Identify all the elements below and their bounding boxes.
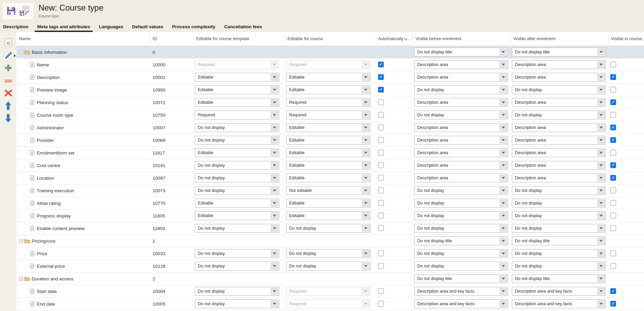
chevron-down-icon[interactable]: [597, 238, 605, 244]
delete-button[interactable]: [4, 89, 12, 98]
chevron-down-icon[interactable]: [500, 187, 507, 194]
table-row-end-date[interactable]: End date10005Do not displayRequiredDescr…: [16, 298, 644, 310]
editable-for-course-template-dropdown[interactable]: Do not display: [195, 262, 279, 271]
visible-before-enrolment-dropdown[interactable]: Description area: [414, 148, 508, 157]
automatically-update-checkbox[interactable]: [378, 200, 384, 206]
visible-before-enrolment-dropdown[interactable]: Do not display: [414, 111, 508, 119]
editable-for-course-template-dropdown[interactable]: Do not display: [195, 136, 279, 145]
visible-before-enrolment-dropdown[interactable]: Description area: [414, 161, 508, 170]
new-attribute-button[interactable]: [5, 39, 12, 48]
chevron-down-icon[interactable]: [500, 61, 507, 68]
move-down-button[interactable]: [5, 114, 12, 123]
editable-for-course-template-dropdown[interactable]: Do not display: [195, 299, 279, 308]
chevron-down-icon[interactable]: [500, 250, 507, 257]
visible-before-enrolment-dropdown[interactable]: Description area and key facts: [414, 299, 508, 308]
collapse-toggle[interactable]: [19, 239, 23, 243]
visible-in-course-checkbox[interactable]: [610, 62, 616, 67]
chevron-down-icon[interactable]: [362, 250, 370, 257]
visible-after-enrolment-dropdown[interactable]: Do not display title: [512, 274, 606, 283]
chevron-down-icon[interactable]: [597, 263, 605, 269]
table-row-cost-centre[interactable]: Cost centre10141Do not displayEditableDe…: [16, 159, 644, 172]
chevron-down-icon[interactable]: [362, 86, 370, 93]
editable-for-course-dropdown[interactable]: Required: [286, 98, 371, 107]
chevron-down-icon[interactable]: [597, 275, 605, 282]
chevron-down-icon[interactable]: [271, 112, 278, 118]
visible-after-enrolment-dropdown[interactable]: Description area: [512, 123, 606, 132]
chevron-down-icon[interactable]: [597, 137, 605, 144]
editable-for-course-dropdown[interactable]: Required: [286, 111, 371, 119]
visible-in-course-checkbox[interactable]: ✓: [610, 74, 616, 80]
automatically-update-checkbox[interactable]: [378, 112, 384, 118]
visible-after-enrolment-dropdown[interactable]: Description area: [512, 174, 606, 182]
table-row-provider[interactable]: Provider10069Do not displayEditableDescr…: [16, 134, 644, 147]
editable-for-course-dropdown[interactable]: Editable: [286, 73, 371, 82]
chevron-down-icon[interactable]: [271, 212, 278, 219]
editable-for-course-dropdown[interactable]: Do not display: [286, 224, 371, 233]
automatically-update-checkbox[interactable]: [378, 288, 384, 294]
edit-button[interactable]: [4, 51, 13, 60]
visible-after-enrolment-dropdown[interactable]: Description area and key facts: [512, 287, 606, 296]
column-header-automatically-u[interactable]: Automatically u...: [378, 36, 410, 41]
chevron-down-icon[interactable]: [271, 74, 278, 81]
chevron-down-icon[interactable]: [597, 112, 605, 118]
automatically-update-checkbox[interactable]: [378, 162, 384, 168]
visible-before-enrolment-dropdown[interactable]: Do not display title: [414, 48, 508, 56]
visible-in-course-checkbox[interactable]: [610, 87, 616, 93]
table-row-enrolmentform-set[interactable]: Enrolmentform set11817EditableEditableDe…: [16, 147, 644, 159]
chevron-down-icon[interactable]: [500, 263, 507, 269]
editable-for-course-dropdown[interactable]: Editable: [286, 136, 371, 145]
chevron-down-icon[interactable]: [271, 200, 278, 207]
automatically-update-checkbox[interactable]: [378, 175, 384, 181]
automatically-update-checkbox[interactable]: [378, 213, 384, 218]
editable-for-course-dropdown[interactable]: Editable: [286, 199, 371, 208]
visible-in-course-checkbox[interactable]: ✓: [610, 288, 616, 294]
table-row-administrator[interactable]: Administrator10007Do not displayEditable…: [16, 121, 644, 134]
visible-before-enrolment-dropdown[interactable]: Description area: [414, 73, 508, 82]
visible-before-enrolment-dropdown[interactable]: Do not display: [414, 262, 508, 271]
visible-in-course-checkbox[interactable]: ✓: [610, 162, 616, 168]
chevron-down-icon[interactable]: [271, 250, 278, 257]
chevron-down-icon[interactable]: [362, 112, 370, 118]
chevron-down-icon[interactable]: [500, 137, 507, 144]
visible-before-enrolment-dropdown[interactable]: Do not display: [414, 249, 508, 258]
chevron-down-icon[interactable]: [597, 86, 605, 93]
chevron-down-icon[interactable]: [500, 149, 507, 156]
visible-in-course-checkbox[interactable]: ✓: [610, 99, 616, 105]
chevron-down-icon[interactable]: [597, 288, 605, 295]
tab-process-complexity[interactable]: Process complexity: [172, 21, 215, 32]
visible-before-enrolment-dropdown[interactable]: Description area: [414, 60, 508, 69]
editable-for-course-dropdown[interactable]: Not editable: [286, 186, 371, 195]
visible-in-course-checkbox[interactable]: [610, 112, 616, 118]
column-header-editable-for-course-template[interactable]: Editable for course template: [196, 36, 249, 41]
visible-before-enrolment-dropdown[interactable]: Do not display: [414, 224, 508, 233]
visible-before-enrolment-dropdown[interactable]: Do not display: [414, 186, 508, 195]
automatically-update-checkbox[interactable]: [378, 137, 384, 143]
chevron-down-icon[interactable]: [597, 225, 605, 232]
visible-after-enrolment-dropdown[interactable]: Do not display: [512, 224, 606, 233]
chevron-down-icon[interactable]: [271, 175, 278, 181]
chevron-down-icon[interactable]: [271, 86, 278, 93]
visible-before-enrolment-dropdown[interactable]: Do not display title: [414, 274, 508, 283]
save-and-exit-button[interactable]: [19, 6, 30, 17]
visible-in-course-checkbox[interactable]: [610, 250, 616, 256]
table-row-description[interactable]: Description10001EditableEditable✓Descrip…: [16, 71, 644, 84]
chevron-down-icon[interactable]: [362, 124, 370, 131]
editable-for-course-dropdown[interactable]: Do not display: [286, 262, 371, 271]
tab-description[interactable]: Description: [3, 21, 28, 32]
visible-after-enrolment-dropdown[interactable]: Description area: [512, 161, 606, 170]
editable-for-course-template-dropdown[interactable]: Do not display: [195, 161, 279, 170]
chevron-down-icon[interactable]: [597, 200, 605, 207]
chevron-down-icon[interactable]: [362, 200, 370, 207]
chevron-down-icon[interactable]: [271, 225, 278, 232]
chevron-down-icon[interactable]: [500, 225, 507, 232]
visible-after-enrolment-dropdown[interactable]: Do not display: [512, 199, 606, 208]
editable-for-course-template-dropdown[interactable]: Do not display: [195, 224, 279, 233]
editable-for-course-template-dropdown[interactable]: Editable: [195, 211, 279, 220]
editable-for-course-dropdown[interactable]: Editable: [286, 148, 371, 157]
collapse-toggle[interactable]: [19, 277, 23, 281]
visible-in-course-checkbox[interactable]: ✓: [610, 125, 616, 130]
editable-for-course-template-dropdown[interactable]: Editable: [195, 199, 279, 208]
editable-for-course-template-dropdown[interactable]: Do not display: [195, 249, 279, 258]
chevron-down-icon[interactable]: [362, 263, 370, 269]
table-row-start-date[interactable]: Start date10004Do not displayRequiredDes…: [16, 285, 644, 298]
